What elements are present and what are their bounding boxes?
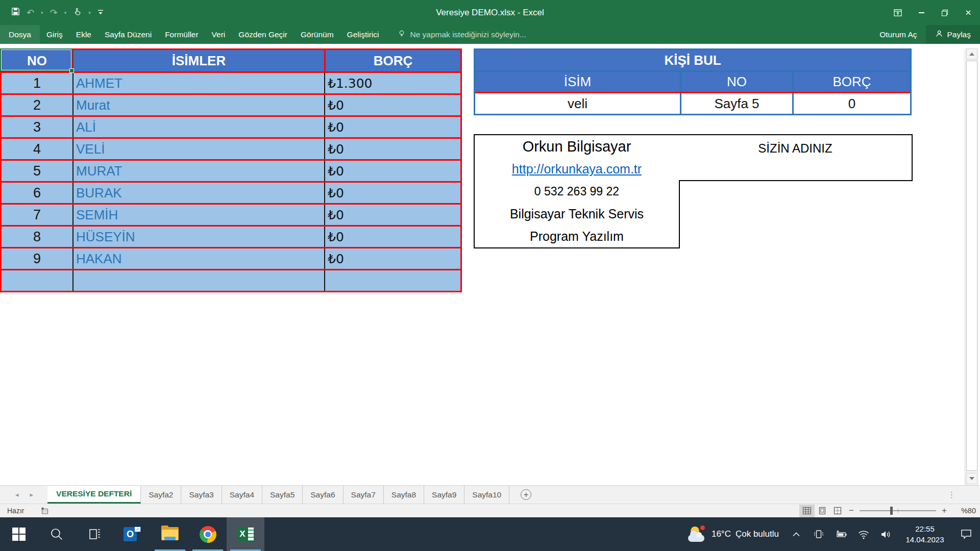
tray-wifi-icon[interactable] bbox=[852, 517, 875, 551]
vertical-scrollbar-thumb[interactable] bbox=[966, 61, 977, 471]
sheet-tab-veresi̇ye-defteri̇[interactable]: VERESİYE DEFTERİ bbox=[47, 486, 141, 504]
debt-cell-name[interactable]: MURAT bbox=[72, 161, 324, 181]
zoom-in-button[interactable]: + bbox=[938, 506, 950, 516]
sheet-tab-sayfa10[interactable]: Sayfa10 bbox=[464, 486, 509, 504]
tray-expand-button[interactable] bbox=[785, 517, 807, 551]
debt-cell-amount[interactable]: ₺0 bbox=[324, 183, 460, 203]
ribbon-tab-giriş[interactable]: Giriş bbox=[40, 25, 69, 44]
sheet-tab-sayfa3[interactable]: Sayfa3 bbox=[181, 486, 222, 504]
zoom-level-label[interactable]: %80 bbox=[953, 507, 976, 515]
minimize-button[interactable] bbox=[910, 0, 933, 25]
debt-header-borc[interactable]: BORÇ bbox=[324, 50, 460, 71]
debt-cell-name[interactable]: HÜSEYİN bbox=[72, 227, 324, 247]
debt-cell-amount[interactable]: ₺0 bbox=[324, 205, 460, 225]
company-website-link[interactable]: http://orkunkaya.com.tr bbox=[475, 158, 679, 180]
zoom-slider[interactable] bbox=[860, 510, 936, 511]
tray-volume-icon[interactable] bbox=[875, 517, 897, 551]
person-find-no-cell[interactable]: Sayfa 5 bbox=[680, 93, 792, 114]
redo-dropdown-icon[interactable]: ▾ bbox=[64, 10, 67, 15]
sheet-tab-sayfa9[interactable]: Sayfa9 bbox=[424, 486, 464, 504]
debt-header-isimler[interactable]: İSİMLER bbox=[72, 50, 324, 71]
close-button[interactable]: ✕ bbox=[957, 0, 980, 25]
debt-cell-no[interactable]: 9 bbox=[2, 248, 72, 269]
tray-battery-icon[interactable] bbox=[830, 517, 852, 551]
page-layout-view-button[interactable] bbox=[815, 505, 830, 517]
worksheet-area[interactable]: NO İSİMLER BORÇ 1AHMET₺1.3002Murat₺03ALİ… bbox=[0, 44, 980, 485]
redo-icon[interactable]: ↷ bbox=[50, 8, 58, 17]
ribbon-tab-formüller[interactable]: Formüller bbox=[158, 25, 205, 44]
sheet-tab-sayfa5[interactable]: Sayfa5 bbox=[262, 486, 303, 504]
share-button[interactable]: Paylaş bbox=[926, 25, 980, 44]
ribbon-tab-görünüm[interactable]: Görünüm bbox=[294, 25, 340, 44]
taskbar-excel-button[interactable]: X bbox=[227, 517, 264, 551]
debt-cell-no[interactable]: 6 bbox=[2, 183, 72, 203]
sheet-tab-sayfa6[interactable]: Sayfa6 bbox=[303, 486, 343, 504]
restore-button[interactable] bbox=[933, 0, 957, 25]
debt-cell-name[interactable]: ALİ bbox=[72, 117, 324, 137]
zoom-out-button[interactable]: − bbox=[845, 506, 857, 516]
debt-cell-amount[interactable]: ₺0 bbox=[324, 248, 460, 269]
debt-cell-amount[interactable]: ₺0 bbox=[324, 227, 460, 247]
debt-cell-no[interactable]: 1 bbox=[2, 73, 72, 93]
ribbon-tab-veri[interactable]: Veri bbox=[205, 25, 232, 44]
debt-cell-name[interactable]: HAKAN bbox=[72, 248, 324, 269]
action-center-button[interactable] bbox=[952, 517, 980, 551]
debt-cell-amount[interactable]: ₺0 bbox=[324, 161, 460, 181]
debt-cell-no[interactable]: 4 bbox=[2, 139, 72, 159]
sheet-tab-sayfa7[interactable]: Sayfa7 bbox=[344, 486, 384, 504]
macro-record-icon[interactable] bbox=[40, 507, 49, 515]
debt-cell-amount[interactable]: ₺0 bbox=[324, 95, 460, 115]
debt-cell-no[interactable]: 7 bbox=[2, 205, 72, 225]
debt-cell-no[interactable]: 2 bbox=[2, 95, 72, 115]
debt-cell-name[interactable]: VELİ bbox=[72, 139, 324, 159]
debt-cell-name[interactable]: Murat bbox=[72, 95, 324, 115]
debt-cell-name[interactable]: SEMİH bbox=[72, 205, 324, 225]
touch-mode-dropdown-icon[interactable]: ▾ bbox=[88, 10, 91, 15]
zoom-slider-handle[interactable] bbox=[890, 507, 893, 515]
touch-mouse-mode-icon[interactable] bbox=[73, 7, 82, 18]
person-find-name-cell[interactable]: veli bbox=[475, 93, 680, 114]
debt-cell-name[interactable] bbox=[72, 270, 324, 291]
debt-cell-no[interactable]: 5 bbox=[2, 161, 72, 181]
scroll-up-button[interactable] bbox=[966, 48, 977, 60]
ribbon-tab-dosya[interactable]: Dosya bbox=[0, 25, 40, 44]
ribbon-tab-geliştirici[interactable]: Geliştirici bbox=[340, 25, 386, 44]
undo-dropdown-icon[interactable]: ▾ bbox=[41, 10, 43, 15]
vertical-scrollbar[interactable] bbox=[965, 48, 978, 485]
sheet-nav-left-icon[interactable]: ◂ bbox=[15, 491, 19, 498]
debt-cell-name[interactable]: AHMET bbox=[72, 73, 324, 93]
tray-tablet-mode-icon[interactable] bbox=[807, 517, 830, 551]
ribbon-tab-gözden-geçir[interactable]: Gözden Geçir bbox=[232, 25, 294, 44]
debt-cell-amount[interactable] bbox=[324, 270, 460, 291]
ribbon-tab-sayfa-düzeni[interactable]: Sayfa Düzeni bbox=[98, 25, 158, 44]
start-button[interactable] bbox=[0, 517, 38, 551]
taskbar-search-button[interactable] bbox=[38, 517, 76, 551]
page-break-preview-button[interactable] bbox=[830, 505, 845, 517]
debt-cell-amount[interactable]: ₺0 bbox=[324, 117, 460, 137]
scroll-down-button[interactable] bbox=[966, 473, 977, 484]
sign-in-button[interactable]: Oturum Aç bbox=[870, 30, 926, 39]
normal-view-button[interactable] bbox=[799, 505, 815, 517]
sheet-tab-sayfa8[interactable]: Sayfa8 bbox=[384, 486, 424, 504]
debt-cell-amount[interactable]: ₺0 bbox=[324, 139, 460, 159]
tell-me-search[interactable]: Ne yapmak istediğinizi söyleyin... bbox=[398, 30, 526, 40]
person-find-borc-cell[interactable]: 0 bbox=[792, 93, 910, 114]
debt-cell-name[interactable]: BURAK bbox=[72, 183, 324, 203]
customize-quick-access-icon[interactable] bbox=[97, 8, 104, 17]
add-sheet-button[interactable]: + bbox=[521, 489, 531, 500]
taskbar-clock[interactable]: 22:55 14.04.2023 bbox=[897, 523, 952, 545]
sheet-tab-sayfa4[interactable]: Sayfa4 bbox=[222, 486, 262, 504]
task-view-button[interactable] bbox=[76, 517, 113, 551]
debt-cell-no[interactable] bbox=[2, 270, 72, 291]
debt-cell-no[interactable]: 3 bbox=[2, 117, 72, 137]
taskbar-file-explorer-button[interactable] bbox=[151, 517, 189, 551]
undo-icon[interactable]: ↶ bbox=[27, 8, 34, 17]
sheet-nav-right-icon[interactable]: ▸ bbox=[30, 491, 34, 498]
taskbar-chrome-button[interactable] bbox=[189, 517, 227, 551]
tab-bar-overflow-icon[interactable]: ⋮ bbox=[948, 486, 955, 504]
debt-cell-amount[interactable]: ₺1.300 bbox=[324, 73, 460, 93]
ribbon-display-options-icon[interactable] bbox=[886, 0, 910, 25]
taskbar-outlook-button[interactable]: O✓ bbox=[113, 517, 151, 551]
sheet-tab-sayfa2[interactable]: Sayfa2 bbox=[141, 486, 181, 504]
ribbon-tab-ekle[interactable]: Ekle bbox=[69, 25, 98, 44]
